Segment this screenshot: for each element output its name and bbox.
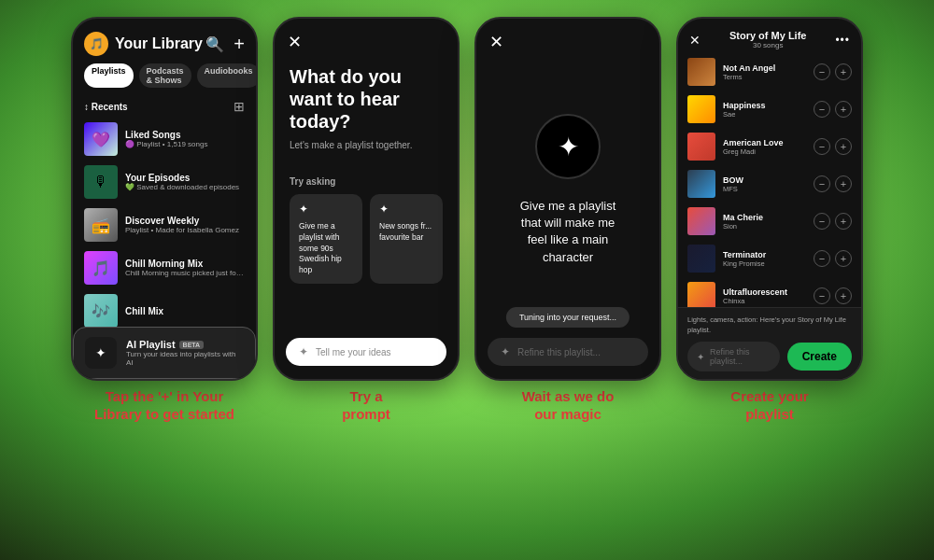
library-title: Your Library <box>115 35 203 52</box>
create-button[interactable]: Create <box>787 343 852 371</box>
track-thumb <box>687 58 715 86</box>
phone-col-2: ✕ What do you want to hear today? Let's … <box>273 17 460 424</box>
p1-header: 🎵 Your Library 🔍 + <box>73 19 256 63</box>
playlist-title: Story of My Life <box>700 30 835 41</box>
suggestion-text: New songs fr... favourite bar <box>379 221 432 242</box>
magic-button: ✦ <box>535 114 601 179</box>
add-button[interactable]: + <box>835 138 852 155</box>
add-button[interactable]: + <box>835 287 852 304</box>
remove-button[interactable]: − <box>814 138 830 155</box>
list-item[interactable]: 🎙 Your Episodes 💚 Saved & downloaded epi… <box>73 161 256 203</box>
p2-try-asking-label: Try asking <box>275 163 458 194</box>
table-row[interactable]: Happiness Sae − + <box>678 91 861 128</box>
track-thumb <box>687 170 715 198</box>
add-button[interactable]: + <box>835 175 852 192</box>
p3-center: ✦ Give me a playlist that will make me f… <box>476 58 659 285</box>
ai-icon-box: ✦ <box>85 337 117 369</box>
episodes-thumb: 🎙 <box>84 165 118 199</box>
user-avatar: 🎵 <box>84 32 108 56</box>
p2-input-placeholder[interactable]: Tell me your ideas <box>316 347 433 357</box>
item-name: Chill Mix <box>125 306 245 316</box>
table-row[interactable]: Not An Angel Terms − + <box>678 53 861 91</box>
remove-button[interactable]: − <box>814 101 830 118</box>
remove-button[interactable]: − <box>814 250 830 267</box>
table-row[interactable]: BOW MFS − + <box>678 165 861 203</box>
p4-close-button[interactable]: ✕ <box>689 33 700 48</box>
remove-button[interactable]: − <box>814 287 830 304</box>
p4-header-center: Story of My Life 30 songs <box>700 30 835 49</box>
p2-close-button[interactable]: ✕ <box>275 19 458 58</box>
beta-badge: BETA <box>179 341 205 349</box>
add-button[interactable]: + <box>835 213 852 230</box>
remove-button[interactable]: − <box>814 213 830 230</box>
add-icon[interactable]: + <box>234 34 245 55</box>
liked-songs-thumb: 💜 <box>84 122 118 156</box>
p3-close-button[interactable]: ✕ <box>476 19 659 58</box>
table-row[interactable]: Terminator King Promise − + <box>678 240 861 277</box>
track-artist: Chinxa <box>723 297 806 305</box>
refine-input[interactable]: ✦ Refine this playlist... <box>687 342 780 371</box>
item-info: Chill Morning Mix Chill Morning music pi… <box>125 259 245 277</box>
item-sub: Chill Morning music picked just for you <box>125 269 245 277</box>
suggestion-1[interactable]: ✦ Give me a playlist with some 90s Swedi… <box>290 194 362 284</box>
grid-icon[interactable]: ⊞ <box>234 99 245 114</box>
caption-2: Try aprompt <box>342 388 390 424</box>
add-button[interactable]: + <box>835 250 852 267</box>
suggestion-text: Give me a playlist with some 90s Swedish… <box>299 221 342 275</box>
p3-refine-placeholder[interactable]: Refine this playlist... <box>517 347 635 357</box>
more-options-icon[interactable]: ••• <box>835 34 850 47</box>
footer-text: Lights, camera, action: Here's your Stor… <box>687 315 852 335</box>
p2-input-row[interactable]: ✦ Tell me your ideas <box>286 338 446 366</box>
item-info: Your Episodes 💚 Saved & downloaded episo… <box>125 173 245 191</box>
phone-2: ✕ What do you want to hear today? Let's … <box>273 17 460 381</box>
blend-thumb: 🔀 <box>84 380 118 381</box>
p3-prompt-text: Give me a playlist that will make me fee… <box>495 198 641 266</box>
item-info: Discover Weekly Playlist • Made for Isab… <box>125 216 245 234</box>
tab-playlists[interactable]: Playlists <box>84 63 134 88</box>
track-info: Not An Angel Terms <box>723 63 806 81</box>
remove-button[interactable]: − <box>814 175 830 192</box>
p4-header: ✕ Story of My Life 30 songs ••• <box>678 19 861 53</box>
table-row[interactable]: Ma Cherie Sion − + <box>678 203 861 240</box>
p4-footer: Lights, camera, action: Here's your Stor… <box>678 307 861 379</box>
search-icon[interactable]: 🔍 <box>205 35 224 53</box>
sparkle-icon: ✦ <box>299 202 353 217</box>
track-name: Ma Cherie <box>723 213 806 222</box>
table-row[interactable]: American Love Greg Madi − + <box>678 128 861 165</box>
tab-podcasts[interactable]: Podcasts & Shows <box>139 63 191 88</box>
p1-recents: ↕ Recents ⊞ <box>73 95 256 118</box>
track-actions: − + <box>814 213 852 230</box>
add-button[interactable]: + <box>835 63 852 80</box>
ai-subtitle: Turn your ideas into playlists with AI <box>126 350 244 367</box>
item-info: Chill Mix <box>125 306 245 316</box>
track-info: Happiness Sae <box>723 101 806 119</box>
add-button[interactable]: + <box>835 101 852 118</box>
remove-button[interactable]: − <box>814 63 830 80</box>
track-thumb <box>687 207 715 235</box>
phone-col-4: ✕ Story of My Life 30 songs ••• Not An A… <box>676 17 863 424</box>
track-artist: King Promise <box>723 259 806 268</box>
track-actions: − + <box>814 287 852 304</box>
p3-refine-input[interactable]: ✦ Refine this playlist... <box>488 338 648 366</box>
track-thumb <box>687 95 715 123</box>
ai-playlist-section[interactable]: ✦ AI Playlist BETA Turn your ideas into … <box>73 327 256 379</box>
caption-3: Wait as we doour magic <box>522 388 615 424</box>
refine-placeholder[interactable]: Refine this playlist... <box>710 347 771 366</box>
track-actions: − + <box>814 175 852 192</box>
item-sub: 🟣 Playlist • 1,519 songs <box>125 140 245 148</box>
list-item[interactable]: 📻 Discover Weekly Playlist • Made for Is… <box>73 203 256 246</box>
item-name: Your Episodes <box>125 173 245 183</box>
p4-bottom-row: ✦ Refine this playlist... Create <box>687 342 852 371</box>
sparkle-icon: ✦ <box>299 345 308 358</box>
phone-4: ✕ Story of My Life 30 songs ••• Not An A… <box>676 17 863 381</box>
track-name: Ultrafluorescent <box>723 287 806 297</box>
suggestion-2[interactable]: ✦ New songs fr... favourite bar <box>370 194 443 284</box>
playlist-subtitle: 30 songs <box>700 41 835 49</box>
list-item[interactable]: 💜 Liked Songs 🟣 Playlist • 1,519 songs <box>73 118 256 161</box>
p1-header-icons: 🔍 + <box>205 34 245 55</box>
tab-audiobooks[interactable]: Audiobooks <box>197 63 258 88</box>
item-sub: 💚 Saved & downloaded episodes <box>125 183 245 191</box>
list-item[interactable]: 🎵 Chill Morning Mix Chill Morning music … <box>73 246 256 289</box>
item-name: Liked Songs <box>125 130 245 140</box>
phone-1: 🎵 Your Library 🔍 + Playlists Podcasts & … <box>71 17 258 381</box>
